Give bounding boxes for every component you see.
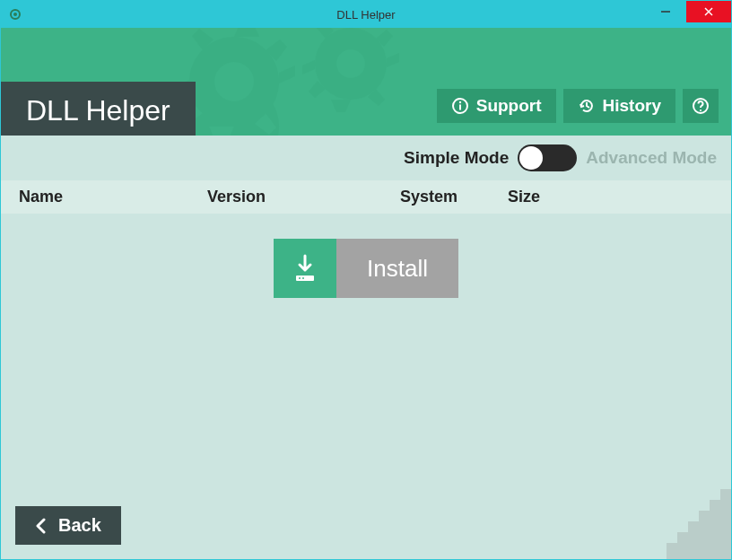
- svg-rect-11: [459, 105, 461, 110]
- help-icon: [692, 97, 710, 115]
- header-actions: Support History: [437, 89, 719, 123]
- column-version: Version: [207, 188, 400, 206]
- toggle-thumb: [519, 146, 543, 170]
- app-window: DLL Helper DLL Hel: [0, 0, 732, 560]
- app-title-container: DLL Helper: [1, 82, 196, 136]
- app-icon: [8, 7, 22, 22]
- content-area: Simple Mode Advanced Mode Name Version S…: [1, 136, 731, 559]
- window-controls: [645, 1, 731, 28]
- mode-toggle-row: Simple Mode Advanced Mode: [1, 136, 731, 180]
- svg-point-15: [299, 277, 301, 279]
- titlebar: DLL Helper: [1, 1, 731, 28]
- chevron-left-icon: [35, 518, 48, 534]
- app-title: DLL Helper: [26, 94, 170, 127]
- help-button[interactable]: [683, 89, 719, 123]
- support-button[interactable]: Support: [437, 89, 556, 123]
- advanced-mode-label: Advanced Mode: [586, 148, 717, 168]
- svg-point-16: [302, 277, 304, 279]
- minimize-button[interactable]: [645, 1, 686, 22]
- watermark-stairs: [641, 478, 731, 559]
- info-icon: [451, 97, 469, 115]
- footer: Back: [1, 492, 731, 559]
- install-label: Install: [336, 239, 458, 298]
- svg-point-10: [459, 101, 461, 103]
- history-label: History: [603, 96, 661, 116]
- svg-point-1: [13, 13, 17, 16]
- window-title: DLL Helper: [336, 8, 395, 22]
- history-button[interactable]: History: [563, 89, 675, 123]
- svg-point-6: [214, 62, 254, 101]
- svg-point-13: [700, 109, 702, 111]
- column-size: Size: [508, 188, 713, 206]
- table-header: Name Version System Size: [1, 180, 731, 214]
- install-area: Install: [1, 214, 731, 323]
- back-button[interactable]: Back: [15, 506, 121, 545]
- simple-mode-label: Simple Mode: [404, 148, 509, 168]
- mode-toggle[interactable]: [518, 144, 577, 171]
- close-button[interactable]: [686, 1, 731, 22]
- column-system: System: [400, 188, 508, 206]
- history-icon: [578, 97, 596, 115]
- header-banner: DLL Helper Support History: [1, 28, 731, 136]
- svg-point-8: [336, 49, 365, 78]
- support-label: Support: [476, 96, 542, 116]
- install-button[interactable]: Install: [274, 239, 458, 298]
- gears-decoration: [162, 28, 431, 136]
- column-name: Name: [19, 188, 207, 206]
- back-label: Back: [58, 515, 101, 536]
- download-icon: [274, 239, 336, 298]
